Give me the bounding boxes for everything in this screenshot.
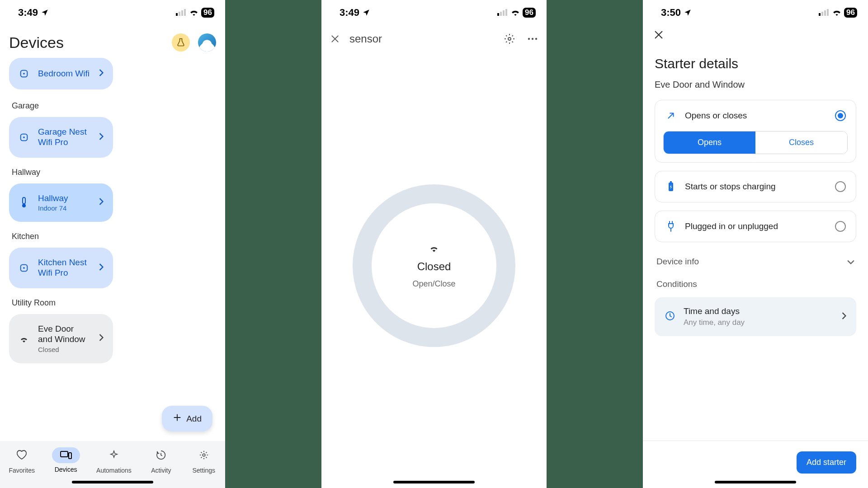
add-device-button[interactable]: Add	[162, 406, 212, 432]
close-button[interactable]	[643, 25, 868, 46]
device-info-row[interactable]: Device info	[655, 250, 856, 273]
sensor-icon	[18, 333, 30, 344]
svg-rect-2	[181, 10, 183, 16]
option-label: Plugged in or unplugged	[685, 221, 827, 231]
radio-unselected[interactable]	[835, 221, 846, 232]
cellular-icon	[497, 7, 508, 19]
settings-button[interactable]	[504, 33, 515, 44]
add-label: Add	[186, 414, 202, 424]
devices-icon	[52, 447, 80, 463]
sensor-icon	[428, 243, 440, 254]
clock-icon	[665, 310, 675, 323]
page-title: Devices	[9, 34, 64, 52]
wifi-point-icon	[18, 262, 30, 274]
chevron-right-icon	[99, 69, 104, 78]
section-garage: Garage	[12, 101, 216, 111]
svg-rect-25	[824, 10, 826, 16]
segment-opens[interactable]: Opens	[664, 131, 755, 154]
location-icon	[362, 9, 370, 17]
option-plugged[interactable]: Plugged in or unplugged	[655, 211, 856, 242]
condition-time-days[interactable]: Time and days Any time, any day	[655, 297, 856, 336]
nav-activity[interactable]: Activity	[148, 447, 174, 474]
nav-devices[interactable]: Devices	[52, 447, 80, 473]
svg-rect-23	[819, 13, 821, 16]
open-close-icon	[665, 111, 677, 121]
add-starter-button[interactable]: Add starter	[797, 451, 856, 474]
screen-devices: 3:49 96 Devices Bedroom	[0, 0, 225, 488]
battery-level: 96	[844, 8, 857, 18]
svg-rect-18	[505, 9, 507, 16]
chevron-right-icon	[99, 334, 104, 343]
device-name: Bedroom Wifi	[38, 69, 90, 79]
device-card-hallway[interactable]: Hallway Indoor 74	[9, 183, 113, 222]
screen-starter-details: 3:50 96 Starter details Eve Door and Win…	[643, 0, 868, 488]
svg-point-22	[535, 38, 537, 40]
chevron-down-icon	[847, 257, 854, 267]
device-name: Kitchen Nest Wifi Pro	[38, 258, 90, 278]
cellular-icon	[176, 7, 187, 19]
wifi-point-icon	[18, 68, 30, 80]
battery-level: 96	[523, 8, 536, 18]
status-bar: 3:49 96	[0, 0, 225, 25]
svg-rect-1	[179, 12, 180, 16]
wifi-icon	[189, 7, 199, 19]
segment-opens-closes: Opens Closes	[663, 131, 848, 154]
device-list: Bedroom Wifi Garage Garage Nest Wifi Pro…	[0, 58, 225, 441]
svg-point-9	[22, 204, 26, 207]
status-bar: 3:49 96	[321, 0, 547, 25]
nav-settings[interactable]: Settings	[191, 447, 217, 474]
svg-point-21	[532, 38, 533, 40]
wifi-icon	[832, 7, 842, 19]
close-button[interactable]	[330, 34, 340, 43]
sensor-ring: Closed Open/Close	[353, 184, 515, 347]
sparkle-icon	[101, 447, 127, 464]
svg-rect-26	[827, 9, 829, 16]
battery-level: 96	[201, 8, 214, 18]
avatar-button[interactable]	[198, 33, 216, 52]
plug-icon	[665, 221, 677, 232]
charging-icon	[665, 181, 677, 192]
chevron-right-icon	[99, 133, 104, 142]
location-icon	[684, 9, 692, 17]
device-card-eve-sensor[interactable]: Eve Door and Window Closed	[9, 314, 113, 363]
chevron-right-icon	[842, 312, 846, 321]
nav-automations[interactable]: Automations	[96, 447, 132, 474]
device-sub: Closed	[38, 346, 90, 353]
home-indicator	[393, 481, 475, 483]
radio-selected[interactable]	[835, 110, 846, 121]
option-label: Starts or stops charging	[685, 182, 827, 192]
device-card-bedroom-wifi[interactable]: Bedroom Wifi	[9, 58, 113, 89]
svg-rect-13	[69, 453, 71, 459]
svg-point-11	[23, 267, 25, 269]
svg-rect-8	[23, 197, 25, 204]
plus-icon	[173, 413, 182, 424]
page-title: Starter details	[655, 56, 856, 71]
segment-closes[interactable]: Closes	[755, 131, 847, 154]
device-name: Eve Door and Window	[38, 324, 90, 345]
option-charging[interactable]: Starts or stops charging	[655, 171, 856, 202]
condition-sub: Any time, any day	[684, 318, 745, 327]
device-card-kitchen[interactable]: Kitchen Nest Wifi Pro	[9, 248, 113, 288]
svg-rect-0	[176, 13, 178, 16]
status-time: 3:49	[18, 7, 38, 19]
section-hallway: Hallway	[12, 168, 216, 177]
condition-title: Time and days	[684, 306, 745, 316]
radio-unselected[interactable]	[835, 181, 846, 192]
chevron-right-icon	[99, 263, 104, 272]
experiments-button[interactable]	[172, 33, 190, 52]
option-opens-closes[interactable]: Opens or closes Opens Closes	[655, 100, 856, 163]
svg-rect-16	[500, 12, 502, 16]
svg-point-20	[528, 38, 530, 40]
nav-favorites[interactable]: Favorites	[8, 447, 35, 474]
sensor-title: sensor	[349, 33, 382, 45]
chevron-right-icon	[99, 198, 104, 207]
device-card-garage[interactable]: Garage Nest Wifi Pro	[9, 117, 113, 158]
more-button[interactable]	[528, 38, 538, 40]
status-bar: 3:50 96	[643, 0, 868, 25]
gear-icon	[191, 447, 217, 464]
history-icon	[148, 447, 174, 464]
home-indicator	[72, 481, 153, 483]
svg-point-7	[23, 136, 25, 138]
thermostat-icon	[18, 197, 30, 208]
section-utility: Utility Room	[12, 298, 216, 308]
